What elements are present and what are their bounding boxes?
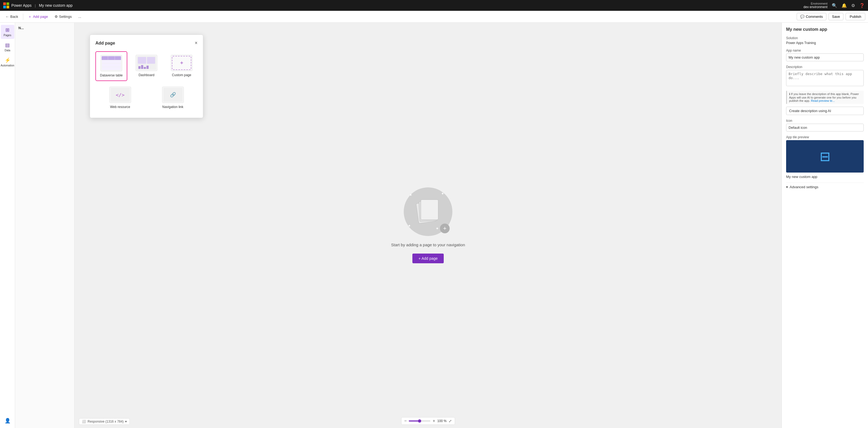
search-icon[interactable]: 🔍 xyxy=(832,3,837,8)
icon-input[interactable] xyxy=(786,124,864,132)
add-page-modal: Add page × xyxy=(90,35,203,118)
navigation-link-icon: 🔗 xyxy=(162,87,184,103)
modal-title: Add page xyxy=(95,41,115,46)
app-tile-icon: ⊟ xyxy=(819,149,831,164)
advanced-settings-toggle[interactable]: ▾ Advanced settings xyxy=(786,183,864,191)
page-option-dashboard[interactable]: Dashboard xyxy=(130,51,162,81)
dataverse-table-icon xyxy=(100,55,122,71)
info-icon: ℹ xyxy=(789,92,791,96)
back-arrow-icon: ← xyxy=(5,14,9,19)
zoom-bar: − + 100 % ⤢ xyxy=(401,417,455,425)
app-name-label: App name xyxy=(786,48,864,53)
responsive-icon: ⬜ xyxy=(82,420,86,423)
zoom-in-button[interactable]: + xyxy=(433,419,435,423)
left-sidebar: ⊞ Pages ▤ Data ⚡ Automation 👤 xyxy=(0,23,15,428)
microsoft-logo xyxy=(3,2,9,8)
automation-icon: ⚡ xyxy=(5,57,10,63)
icon-label: Icon xyxy=(786,119,864,123)
comments-button[interactable]: 💬 Comments xyxy=(797,13,826,20)
gear-icon[interactable]: ⚙ xyxy=(851,3,855,8)
zoom-slider-track[interactable] xyxy=(409,421,431,422)
page-option-custom-page[interactable]: ✦ Custom page xyxy=(166,51,197,81)
description-textarea[interactable] xyxy=(786,70,864,86)
publish-button[interactable]: Publish xyxy=(845,13,865,20)
pages-icon: ⊞ xyxy=(5,27,9,33)
create-description-button[interactable]: Create description using AI xyxy=(786,107,864,115)
sidebar-item-automation[interactable]: ⚡ Automation xyxy=(1,55,14,69)
ai-info-link[interactable]: Read preview te... xyxy=(811,99,835,102)
add-page-label: Add page xyxy=(33,14,48,19)
more-icon: ... xyxy=(79,14,81,19)
user-icon: 👤 xyxy=(5,418,10,424)
custom-page-label: Custom page xyxy=(172,73,191,77)
ai-info-box: ℹ If you leave the description of this a… xyxy=(786,91,864,104)
plus-icon: ＋ xyxy=(28,14,32,19)
description-label: Description xyxy=(786,65,864,69)
back-button[interactable]: ← Back xyxy=(3,13,21,20)
canvas-icon-circle: + ✦ ✦ ✦ ✦ xyxy=(404,188,453,236)
add-page-modal-overlay: Add page × xyxy=(90,35,203,118)
environment-name: dev environment xyxy=(803,5,828,9)
settings-label: Settings xyxy=(59,14,72,19)
save-button[interactable]: Save xyxy=(829,13,844,20)
zoom-slider-thumb[interactable] xyxy=(418,419,421,423)
zoom-fit-icon[interactable]: ⤢ xyxy=(448,419,452,423)
web-resource-label: Web resource xyxy=(110,105,130,109)
help-icon[interactable]: ❓ xyxy=(859,3,865,8)
plus-circle-icon: + xyxy=(440,224,450,233)
responsive-label: Responsive (1316 x 784) xyxy=(88,420,124,423)
advanced-settings-label: Advanced settings xyxy=(789,185,818,189)
bell-icon[interactable]: 🔔 xyxy=(841,3,847,8)
description-field: Description xyxy=(786,65,864,87)
environment-label: Environment xyxy=(803,2,828,5)
toolbar: ← Back ＋ Add page ⚙ Settings ... 💬 Comme… xyxy=(0,11,868,23)
icon-field: Icon xyxy=(786,119,864,132)
add-page-button[interactable]: ＋ Add page xyxy=(25,13,51,21)
dashboard-label: Dashboard xyxy=(138,73,155,77)
more-options-button[interactable]: ... xyxy=(76,13,84,20)
topbar-right: Environment dev environment 🔍 🔔 ⚙ ❓ xyxy=(803,2,865,9)
responsive-indicator[interactable]: ⬜ Responsive (1316 x 784) ▾ xyxy=(79,418,130,425)
comment-icon: 💬 xyxy=(800,14,805,19)
sidebar-item-pages[interactable]: ⊞ Pages xyxy=(1,25,14,39)
right-panel-title: My new custom app xyxy=(786,27,864,32)
zoom-percent-label: 100 % xyxy=(437,419,446,423)
icon-field-container xyxy=(786,124,864,132)
topbar-left: Power Apps | My new custom app xyxy=(3,2,801,8)
sparkle-icon-1: ✦ xyxy=(409,193,412,197)
back-label: Back xyxy=(10,14,18,19)
chevron-down-icon: ▾ xyxy=(786,185,788,189)
custom-page-icon: ✦ xyxy=(171,55,192,71)
sidebar-automation-label: Automation xyxy=(1,64,14,67)
app-brand-label: Power Apps xyxy=(11,3,32,7)
solution-field: Solution Power Apps Training xyxy=(786,36,864,45)
solution-value: Power Apps Training xyxy=(786,41,864,45)
app-tile-preview-label: App tile preview xyxy=(786,135,864,139)
topbar-project-name: My new custom app xyxy=(39,3,73,7)
sidebar-item-data[interactable]: ▤ Data xyxy=(1,40,14,54)
main-layout: ⊞ Pages ▤ Data ⚡ Automation 👤 N... Add p… xyxy=(0,23,868,428)
page-option-navigation-link[interactable]: 🔗 Navigation link xyxy=(148,83,197,112)
settings-button[interactable]: ⚙ Settings xyxy=(52,13,74,20)
sidebar-pages-label: Pages xyxy=(3,34,11,37)
app-name-input[interactable] xyxy=(786,54,864,61)
modal-options-row1: Dataverse table xyxy=(95,51,197,81)
zoom-out-button[interactable]: − xyxy=(404,419,407,423)
sidebar-data-label: Data xyxy=(5,49,10,52)
stack-pages-icon xyxy=(416,200,440,224)
modal-close-button[interactable]: × xyxy=(194,40,197,46)
responsive-chevron-icon: ▾ xyxy=(125,420,127,423)
sidebar-item-user[interactable]: 👤 xyxy=(1,416,14,426)
canvas-placeholder-text: Start by adding a page to your navigatio… xyxy=(391,242,465,247)
canvas-area: Add page × xyxy=(74,23,781,428)
sparkle-icon-3: ✦ xyxy=(408,224,411,228)
toolbar-right-buttons: 💬 Comments Save Publish xyxy=(797,13,865,20)
right-panel: My new custom app Solution Power Apps Tr… xyxy=(781,23,868,428)
solution-label: Solution xyxy=(786,36,864,40)
canvas-add-page-button[interactable]: + Add page xyxy=(412,254,443,263)
comments-label: Comments xyxy=(806,14,823,19)
page-option-web-resource[interactable]: </> Web resource xyxy=(95,83,145,112)
nav-panel-title: N... xyxy=(19,26,71,30)
modal-options-row2: </> Web resource 🔗 Navigation link xyxy=(95,83,197,112)
page-option-dataverse-table[interactable]: Dataverse table xyxy=(95,51,127,81)
